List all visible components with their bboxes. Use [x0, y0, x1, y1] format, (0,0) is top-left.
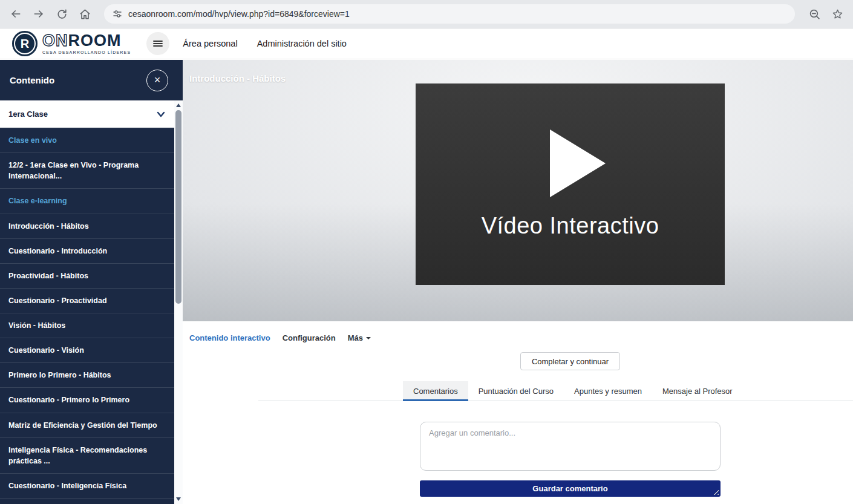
sidebar-item[interactable]: 12/2 - 1era Clase en Vivo - Programa Int… [0, 152, 174, 188]
nav-area-personal[interactable]: Área personal [183, 39, 237, 48]
brand-name: ONROOM [42, 33, 131, 49]
onroom-logo[interactable]: R ONROOM CESA DESARROLLANDO LÍDERES [12, 31, 131, 56]
sidebar-item[interactable]: Cuestionario - Visión [0, 338, 174, 362]
save-comment-button[interactable]: Guardar comentario [420, 480, 721, 497]
sidebar-scrollbar[interactable] [174, 100, 183, 504]
interactive-video-player[interactable]: Vídeo Interactivo [416, 83, 725, 285]
tab-apuntes-y-resumen[interactable]: Apuntes y resumen [564, 381, 652, 401]
link-mas-dropdown[interactable]: Más [348, 333, 371, 342]
main-content: Introducción - Hábitos Vídeo Interactivo… [183, 60, 853, 504]
sidebar-item[interactable]: Visión - Hábitos [0, 313, 174, 338]
address-bar[interactable]: cesaonroom.com/mod/hvp/view.php?id=6849&… [104, 4, 795, 24]
browser-toolbar: cesaonroom.com/mod/hvp/view.php?id=6849&… [0, 0, 853, 28]
play-icon[interactable] [550, 129, 606, 197]
url-text: cesaonroom.com/mod/hvp/view.php?id=6849&… [128, 9, 350, 19]
site-info-icon[interactable] [113, 9, 122, 19]
sidebar-item[interactable]: Cuestionario - Introducción [0, 238, 174, 263]
sidebar-scrollbar-thumb[interactable] [175, 110, 181, 304]
bookmark-star-icon[interactable] [830, 7, 845, 21]
reload-icon[interactable] [54, 7, 69, 21]
complete-row: Completar y continuar [420, 352, 721, 370]
sidebar-item[interactable]: Clase e-learning [0, 188, 174, 213]
activity-links: Contenido interactivo Configuración Más [183, 333, 853, 342]
content-drawer: Contenido × 1era Clase Clase en vivo 12/… [0, 60, 183, 504]
tab-mensaje-al-profesor[interactable]: Mensaje al Profesor [652, 381, 743, 401]
site-header: R ONROOM CESA DESARROLLANDO LÍDERES Área… [0, 28, 853, 59]
sidebar-item[interactable]: Inteligencia Física - Recomendaciones pr… [0, 437, 174, 473]
sidebar-item[interactable]: Clase en vivo [0, 128, 174, 152]
sidebar-item[interactable]: Proactividad - Hábitos [0, 263, 174, 288]
h5p-stage: Introducción - Hábitos Vídeo Interactivo [183, 60, 853, 321]
back-icon[interactable] [8, 7, 23, 21]
link-configuracion[interactable]: Configuración [283, 333, 336, 342]
menu-toggle-button[interactable] [146, 32, 169, 55]
brand-tagline: CESA DESARROLLANDO LÍDERES [42, 50, 131, 54]
close-icon[interactable]: × [146, 70, 168, 91]
tab-comentarios[interactable]: Comentarios [403, 381, 468, 401]
app-body: Contenido × 1era Clase Clase en vivo 12/… [0, 60, 853, 504]
dropdown-caret-icon [366, 337, 371, 342]
sidebar-item[interactable]: Cuestionario - Primero lo Primero [0, 387, 174, 412]
link-contenido-interactivo[interactable]: Contenido interactivo [189, 333, 270, 342]
sidebar-item[interactable]: Inteligencia Intelectual - Recomendacion… [0, 498, 174, 504]
drawer-header: Contenido × [0, 60, 183, 100]
forward-icon[interactable] [31, 7, 46, 21]
zoom-icon[interactable] [807, 7, 822, 21]
sidebar-item[interactable]: Cuestionario - Proactividad [0, 288, 174, 313]
video-label: Vídeo Interactivo [482, 213, 659, 239]
complete-continue-button[interactable]: Completar y continuar [520, 352, 620, 370]
drawer-title: Contenido [10, 75, 54, 85]
tab-puntuacion-del-curso[interactable]: Puntuación del Curso [468, 381, 564, 401]
comment-input[interactable] [420, 422, 721, 471]
section-1era-clase[interactable]: 1era Clase [0, 100, 174, 128]
sidebar-item[interactable]: Introducción - Hábitos [0, 214, 174, 238]
nav-site-admin[interactable]: Administración del sitio [257, 39, 347, 48]
home-icon[interactable] [77, 7, 92, 21]
sidebar-item[interactable]: Primero lo Primero - Hábitos [0, 362, 174, 387]
sidebar-item[interactable]: Cuestionario - Inteligencia Física [0, 473, 174, 498]
drawer-body: 1era Clase Clase en vivo 12/2 - 1era Cla… [0, 100, 174, 504]
comment-section: Guardar comentario [420, 422, 721, 497]
tabs: Comentarios Puntuación del Curso Apuntes… [403, 381, 743, 401]
scroll-up-icon[interactable] [176, 103, 181, 107]
activity-title: Introducción - Hábitos [189, 73, 286, 83]
logo-mark: R [12, 31, 38, 56]
top-nav: Área personal Administración del sitio [183, 39, 347, 48]
below-stage: Contenido interactivo Configuración Más … [183, 321, 853, 497]
scroll-down-icon[interactable] [176, 497, 181, 501]
page: cesaonroom.com/mod/hvp/view.php?id=6849&… [0, 0, 853, 504]
sidebar-item[interactable]: Matriz de Eficiencia y Gestión del Tiemp… [0, 413, 174, 437]
tabs-row: Comentarios Puntuación del Curso Apuntes… [183, 379, 853, 401]
chevron-down-icon[interactable] [156, 110, 166, 119]
